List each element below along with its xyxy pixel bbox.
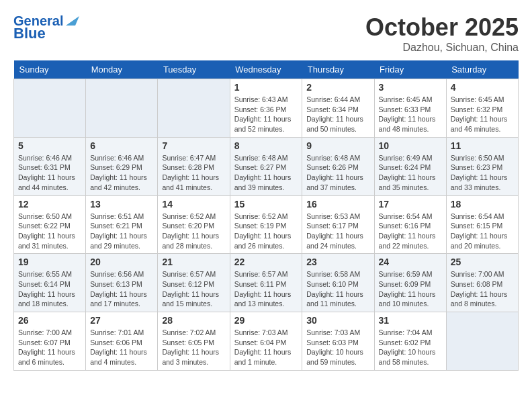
weekday-header-wednesday: Wednesday — [230, 60, 302, 79]
day-info: Sunrise: 6:50 AM Sunset: 6:23 PM Dayligh… — [451, 153, 514, 193]
logo: General Blue — [13, 13, 79, 42]
day-cell: 10Sunrise: 6:49 AM Sunset: 6:24 PM Dayli… — [374, 137, 446, 195]
day-info: Sunrise: 7:00 AM Sunset: 6:07 PM Dayligh… — [18, 328, 81, 367]
day-cell: 1Sunrise: 6:43 AM Sunset: 6:36 PM Daylig… — [230, 79, 302, 138]
day-info: Sunrise: 6:44 AM Sunset: 6:34 PM Dayligh… — [306, 95, 369, 134]
day-cell: 30Sunrise: 7:03 AM Sunset: 6:03 PM Dayli… — [302, 312, 374, 371]
day-number: 29 — [234, 315, 298, 326]
logo-blue-text: Blue — [13, 26, 46, 42]
day-info: Sunrise: 7:04 AM Sunset: 6:02 PM Dayligh… — [379, 328, 442, 367]
day-cell — [14, 79, 86, 138]
day-number: 16 — [306, 199, 369, 210]
day-info: Sunrise: 6:52 AM Sunset: 6:19 PM Dayligh… — [234, 212, 298, 251]
day-number: 10 — [379, 140, 442, 151]
title-block: October 2025 Dazhou, Sichuan, China — [365, 13, 519, 54]
day-number: 14 — [162, 199, 225, 210]
day-cell: 24Sunrise: 6:59 AM Sunset: 6:09 PM Dayli… — [374, 254, 446, 312]
day-number: 3 — [379, 82, 442, 93]
day-info: Sunrise: 6:47 AM Sunset: 6:28 PM Dayligh… — [162, 153, 225, 193]
day-number: 12 — [18, 199, 81, 210]
day-number: 22 — [234, 257, 298, 267]
day-cell: 27Sunrise: 7:01 AM Sunset: 6:06 PM Dayli… — [86, 312, 158, 371]
day-cell: 25Sunrise: 7:00 AM Sunset: 6:08 PM Dayli… — [446, 254, 518, 312]
day-number: 21 — [162, 257, 225, 267]
day-number: 30 — [306, 315, 369, 326]
day-cell: 21Sunrise: 6:57 AM Sunset: 6:12 PM Dayli… — [158, 254, 230, 312]
day-cell: 8Sunrise: 6:48 AM Sunset: 6:27 PM Daylig… — [230, 137, 302, 195]
weekday-header-saturday: Saturday — [446, 60, 518, 79]
day-number: 2 — [306, 82, 369, 93]
day-info: Sunrise: 6:54 AM Sunset: 6:16 PM Dayligh… — [379, 212, 442, 251]
day-info: Sunrise: 6:43 AM Sunset: 6:36 PM Dayligh… — [234, 95, 298, 134]
day-info: Sunrise: 6:57 AM Sunset: 6:11 PM Dayligh… — [234, 269, 298, 309]
day-cell: 11Sunrise: 6:50 AM Sunset: 6:23 PM Dayli… — [446, 137, 518, 195]
page-header: General Blue October 2025 Dazhou, Sichua… — [13, 13, 519, 54]
day-cell: 5Sunrise: 6:46 AM Sunset: 6:31 PM Daylig… — [14, 137, 86, 195]
day-cell: 28Sunrise: 7:02 AM Sunset: 6:05 PM Dayli… — [158, 312, 230, 371]
weekday-header-friday: Friday — [374, 60, 446, 79]
day-info: Sunrise: 6:57 AM Sunset: 6:12 PM Dayligh… — [162, 269, 225, 309]
day-number: 20 — [90, 257, 153, 267]
day-cell: 18Sunrise: 6:54 AM Sunset: 6:15 PM Dayli… — [446, 195, 518, 254]
day-cell: 4Sunrise: 6:45 AM Sunset: 6:32 PM Daylig… — [446, 79, 518, 138]
weekday-header-sunday: Sunday — [14, 60, 86, 79]
day-cell: 14Sunrise: 6:52 AM Sunset: 6:20 PM Dayli… — [158, 195, 230, 254]
day-cell: 2Sunrise: 6:44 AM Sunset: 6:34 PM Daylig… — [302, 79, 374, 138]
day-cell — [86, 79, 158, 138]
weekday-header-tuesday: Tuesday — [158, 60, 230, 79]
day-number: 9 — [306, 140, 369, 151]
day-info: Sunrise: 6:49 AM Sunset: 6:24 PM Dayligh… — [379, 153, 442, 193]
day-cell: 12Sunrise: 6:50 AM Sunset: 6:22 PM Dayli… — [14, 195, 86, 254]
day-cell: 3Sunrise: 6:45 AM Sunset: 6:33 PM Daylig… — [374, 79, 446, 138]
location: Dazhou, Sichuan, China — [365, 42, 519, 54]
day-number: 28 — [162, 315, 225, 326]
weekday-header-monday: Monday — [86, 60, 158, 79]
day-cell: 31Sunrise: 7:04 AM Sunset: 6:02 PM Dayli… — [374, 312, 446, 371]
day-cell: 17Sunrise: 6:54 AM Sunset: 6:16 PM Dayli… — [374, 195, 446, 254]
day-number: 7 — [162, 140, 225, 151]
day-number: 11 — [451, 140, 514, 151]
day-info: Sunrise: 6:56 AM Sunset: 6:13 PM Dayligh… — [90, 269, 153, 309]
week-row-5: 26Sunrise: 7:00 AM Sunset: 6:07 PM Dayli… — [14, 312, 519, 371]
week-row-4: 19Sunrise: 6:55 AM Sunset: 6:14 PM Dayli… — [14, 254, 519, 312]
day-cell — [446, 312, 518, 371]
day-info: Sunrise: 6:45 AM Sunset: 6:33 PM Dayligh… — [379, 95, 442, 134]
day-info: Sunrise: 6:52 AM Sunset: 6:20 PM Dayligh… — [162, 212, 225, 251]
day-number: 15 — [234, 199, 298, 210]
week-row-1: 1Sunrise: 6:43 AM Sunset: 6:36 PM Daylig… — [14, 79, 519, 138]
day-cell: 29Sunrise: 7:03 AM Sunset: 6:04 PM Dayli… — [230, 312, 302, 371]
day-info: Sunrise: 6:46 AM Sunset: 6:31 PM Dayligh… — [18, 153, 81, 193]
day-number: 18 — [451, 199, 514, 210]
day-number: 24 — [379, 257, 442, 267]
day-number: 8 — [234, 140, 298, 151]
day-number: 13 — [90, 199, 153, 210]
day-cell: 23Sunrise: 6:58 AM Sunset: 6:10 PM Dayli… — [302, 254, 374, 312]
day-info: Sunrise: 6:45 AM Sunset: 6:32 PM Dayligh… — [451, 95, 514, 134]
day-info: Sunrise: 6:59 AM Sunset: 6:09 PM Dayligh… — [379, 269, 442, 309]
day-cell: 13Sunrise: 6:51 AM Sunset: 6:21 PM Dayli… — [86, 195, 158, 254]
svg-marker-0 — [66, 16, 79, 26]
day-cell: 15Sunrise: 6:52 AM Sunset: 6:19 PM Dayli… — [230, 195, 302, 254]
weekday-header-row: SundayMondayTuesdayWednesdayThursdayFrid… — [14, 60, 519, 79]
logo-bird-icon — [66, 11, 79, 26]
day-info: Sunrise: 6:55 AM Sunset: 6:14 PM Dayligh… — [18, 269, 81, 309]
week-row-3: 12Sunrise: 6:50 AM Sunset: 6:22 PM Dayli… — [14, 195, 519, 254]
day-info: Sunrise: 6:50 AM Sunset: 6:22 PM Dayligh… — [18, 212, 81, 251]
day-number: 31 — [379, 315, 442, 326]
day-info: Sunrise: 6:51 AM Sunset: 6:21 PM Dayligh… — [90, 212, 153, 251]
day-info: Sunrise: 6:53 AM Sunset: 6:17 PM Dayligh… — [306, 212, 369, 251]
day-info: Sunrise: 6:58 AM Sunset: 6:10 PM Dayligh… — [306, 269, 369, 309]
day-number: 19 — [18, 257, 81, 267]
day-cell: 7Sunrise: 6:47 AM Sunset: 6:28 PM Daylig… — [158, 137, 230, 195]
day-info: Sunrise: 6:46 AM Sunset: 6:29 PM Dayligh… — [90, 153, 153, 193]
week-row-2: 5Sunrise: 6:46 AM Sunset: 6:31 PM Daylig… — [14, 137, 519, 195]
day-number: 27 — [90, 315, 153, 326]
day-cell: 20Sunrise: 6:56 AM Sunset: 6:13 PM Dayli… — [86, 254, 158, 312]
day-cell: 22Sunrise: 6:57 AM Sunset: 6:11 PM Dayli… — [230, 254, 302, 312]
day-number: 5 — [18, 140, 81, 151]
day-number: 25 — [451, 257, 514, 267]
weekday-header-thursday: Thursday — [302, 60, 374, 79]
day-info: Sunrise: 7:03 AM Sunset: 6:03 PM Dayligh… — [306, 328, 369, 367]
month-title: October 2025 — [365, 13, 519, 42]
day-cell — [158, 79, 230, 138]
